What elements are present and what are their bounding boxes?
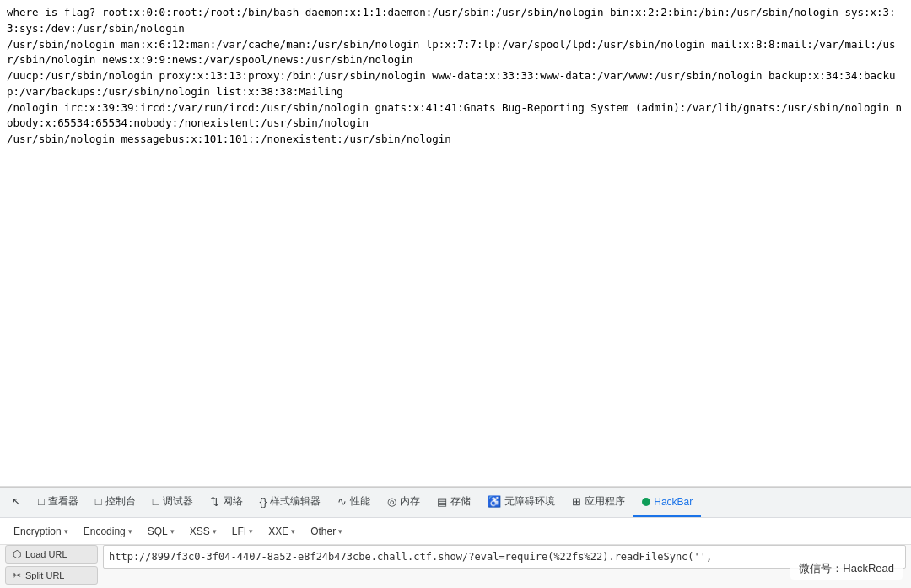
xss-label: XSS <box>190 526 210 537</box>
pointer-icon: ↖ <box>12 495 21 508</box>
devtools-tabs: ↖ □ 查看器 □ 控制台 □ 调试器 ⇅ 网络 {} 样式编辑器 ∿ 性能 ◎… <box>0 488 911 518</box>
other-label: Other <box>310 526 336 537</box>
storage-icon: ▤ <box>437 495 447 508</box>
inspector-icon: □ <box>38 495 45 508</box>
console-icon: □ <box>95 495 102 508</box>
encryption-chevron: ▾ <box>64 527 68 536</box>
tab-style-editor-label: 样式编辑器 <box>270 494 321 509</box>
tab-storage-label: 存储 <box>450 494 471 509</box>
encryption-menu[interactable]: Encryption ▾ <box>7 523 75 540</box>
split-url-icon: ✂ <box>13 569 21 581</box>
tab-memory-label: 内存 <box>400 494 420 509</box>
load-url-icon: ⬡ <box>13 548 21 560</box>
tab-app[interactable]: ⊞ 应用程序 <box>563 488 633 517</box>
tab-console[interactable]: □ 控制台 <box>87 488 144 517</box>
encoding-label: Encoding <box>84 526 126 537</box>
tab-debugger-label: 调试器 <box>163 494 193 509</box>
hackbar-input-area <box>103 545 906 569</box>
xss-menu[interactable]: XSS ▾ <box>183 523 224 540</box>
load-url-button[interactable]: ⬡ Load URL <box>5 545 98 564</box>
xxe-menu[interactable]: XXE ▾ <box>261 523 302 540</box>
tab-inspector-label: 查看器 <box>48 494 78 509</box>
encoding-menu[interactable]: Encoding ▾ <box>77 523 139 540</box>
lfi-chevron: ▾ <box>249 527 253 536</box>
other-chevron: ▾ <box>338 527 342 536</box>
tab-accessibility[interactable]: ♿ 无障碍环境 <box>479 488 563 517</box>
main-content-area: where is flag? root:x:0:0:root:/root:/bi… <box>0 0 911 487</box>
tab-style-editor[interactable]: {} 样式编辑器 <box>251 488 330 517</box>
performance-icon: ∿ <box>337 495 347 508</box>
network-icon: ⇅ <box>210 495 219 508</box>
tab-performance[interactable]: ∿ 性能 <box>329 488 379 517</box>
app-icon: ⊞ <box>572 495 581 508</box>
encoding-chevron: ▾ <box>128 527 132 536</box>
lfi-menu[interactable]: LFI ▾ <box>225 523 260 540</box>
load-url-label: Load URL <box>25 549 67 559</box>
tab-hackbar-label: HackBar <box>654 496 693 508</box>
style-icon: {} <box>260 495 267 508</box>
sql-chevron: ▾ <box>170 527 175 536</box>
hackbar-toolbar: Encryption ▾ Encoding ▾ SQL ▾ XSS ▾ LFI … <box>0 518 911 545</box>
sql-label: SQL <box>148 526 168 537</box>
tab-network-label: 网络 <box>223 494 243 509</box>
tab-inspector[interactable]: □ 查看器 <box>30 488 87 517</box>
tab-storage[interactable]: ▤ 存储 <box>429 488 479 517</box>
tab-app-label: 应用程序 <box>585 494 625 509</box>
encryption-label: Encryption <box>13 526 62 537</box>
debugger-icon: □ <box>153 495 159 508</box>
split-url-button[interactable]: ✂ Split URL <box>5 566 98 585</box>
memory-icon: ◎ <box>387 495 396 508</box>
split-url-label: Split URL <box>25 570 64 580</box>
hackbar-dot-icon <box>642 498 650 506</box>
hackbar-action-buttons: ⬡ Load URL ✂ Split URL <box>5 545 98 585</box>
content-text: where is flag? root:x:0:0:root:/root:/bi… <box>7 5 904 148</box>
xss-chevron: ▾ <box>213 527 217 536</box>
tab-console-label: 控制台 <box>105 494 136 509</box>
sql-menu[interactable]: SQL ▾ <box>141 523 181 540</box>
tab-pointer[interactable]: ↖ <box>3 488 30 517</box>
devtools-container: ↖ □ 查看器 □ 控制台 □ 调试器 ⇅ 网络 {} 样式编辑器 ∿ 性能 ◎… <box>0 487 911 588</box>
xxe-label: XXE <box>268 526 288 537</box>
hackbar-url-input[interactable] <box>103 545 906 569</box>
tab-memory[interactable]: ◎ 内存 <box>379 488 429 517</box>
hackbar-url-area: ⬡ Load URL ✂ Split URL <box>0 545 911 588</box>
tab-accessibility-label: 无障碍环境 <box>504 494 555 509</box>
lfi-label: LFI <box>232 526 246 537</box>
tab-performance-label: 性能 <box>350 494 370 509</box>
tab-debugger[interactable]: □ 调试器 <box>144 488 202 517</box>
accessibility-icon: ♿ <box>488 495 501 508</box>
tab-hackbar[interactable]: HackBar <box>633 488 701 517</box>
xxe-chevron: ▾ <box>291 527 295 536</box>
other-menu[interactable]: Other ▾ <box>304 523 349 540</box>
tab-network[interactable]: ⇅ 网络 <box>202 488 251 517</box>
